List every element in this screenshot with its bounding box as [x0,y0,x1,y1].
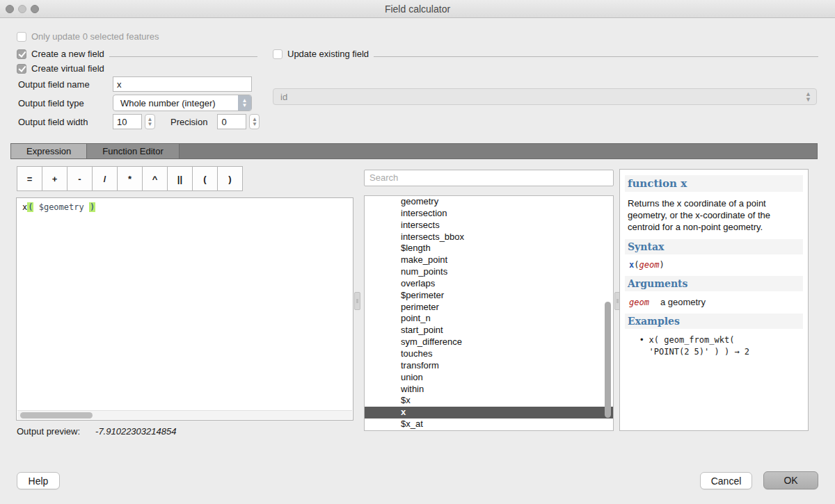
examples-heading: Examples [625,314,803,329]
update-existing-field-row[interactable]: Update existing field [273,49,818,59]
syntax-code: x(geom) [629,260,800,270]
chevron-up-down-icon: ▲▼ [238,95,251,111]
list-item[interactable]: intersection [365,208,613,220]
arguments-rows: geoma geometry [628,297,800,307]
operator-button[interactable]: = [17,166,42,191]
divider [374,56,818,57]
operator-button[interactable]: ^ [142,166,168,191]
list-item[interactable]: $length [365,243,613,254]
operator-button[interactable]: / [92,166,118,191]
vertical-scrollbar-thumb[interactable] [605,302,611,418]
tab-bar: ExpressionFunction Editor [10,143,818,159]
create-new-field-label: Create a new field [31,49,104,59]
list-item[interactable]: intersects [365,220,613,231]
chevron-up-down-icon: ▲▼ [805,91,811,102]
update-existing-field-checkbox[interactable] [273,49,283,59]
existing-field-select: id ▲▼ [273,88,817,105]
list-item[interactable]: $perimeter [365,290,613,302]
create-virtual-field-row[interactable]: Create virtual field [17,63,104,74]
output-field-name-label: Output field name [18,79,113,90]
list-item[interactable]: touches [365,348,613,360]
list-item[interactable]: $x_at [365,418,613,430]
list-item[interactable]: start_point [365,325,613,336]
divider [109,56,257,57]
window-title: Field calculator [0,3,835,15]
tab-function-editor[interactable]: Function Editor [87,144,179,158]
precision-input[interactable]: 0 [217,114,246,129]
output-field-name-value: x [117,79,122,90]
function-list-items: geometryintersectionintersectsintersects… [365,196,613,430]
operator-button[interactable]: + [42,166,67,191]
title-bar[interactable]: Field calculator [0,0,835,18]
operator-button[interactable]: || [167,166,193,191]
output-field-name-input[interactable]: x [113,76,252,92]
precision-value: 0 [221,117,226,127]
help-description: Returns the x coordinate of a point geom… [628,197,800,233]
output-field-width-value: 10 [117,117,127,127]
horizontal-scrollbar-thumb[interactable] [20,412,93,418]
field-calculator-dialog: Field calculator Only update 0 selected … [0,0,835,504]
list-item[interactable]: point_n [365,313,613,325]
help-title: function x [625,175,803,192]
expression-text: x( $geometry ) [22,202,95,212]
output-field-type-value: Whole number (integer) [113,98,216,108]
width-stepper[interactable]: ▲▼ [145,114,155,129]
horizontal-scrollbar[interactable] [17,410,352,419]
update-existing-field-label: Update existing field [287,49,369,59]
output-field-width-input[interactable]: 10 [113,114,142,129]
help-button[interactable]: Help [17,472,60,489]
list-item[interactable]: intersects_bbox [365,231,613,243]
operator-button[interactable]: ) [217,166,243,191]
syntax-arg: geom [639,260,659,270]
create-new-field-row[interactable]: Create a new field [17,49,257,59]
example-row: •x( geom_from_wkt('POINT(2 5)' ) ) → 2 [640,334,800,358]
syntax-paren: ) [659,260,664,270]
create-new-field-checkbox[interactable] [17,49,26,59]
only-update-selected-checkbox[interactable] [17,32,26,42]
operator-button[interactable]: - [67,166,93,191]
function-help-panel: function x Returns the x coordinate of a… [619,169,809,431]
list-item[interactable]: union [365,372,613,384]
list-item[interactable]: perimeter [365,302,613,314]
function-list[interactable]: geometryintersectionintersectsintersects… [364,195,614,431]
list-item[interactable]: num_points [365,266,613,278]
list-item[interactable]: x [365,407,613,418]
precision-stepper[interactable]: ▲▼ [249,114,260,129]
expression-token: ) [89,202,95,212]
output-field-type-label: Output field type [18,98,113,108]
list-item[interactable]: geometry [365,196,613,208]
operator-button[interactable]: * [117,166,143,191]
search-input[interactable]: Search [364,170,614,186]
output-field-width-label: Output field width [18,117,113,127]
expression-editor[interactable]: x( $geometry ) [16,197,353,421]
list-item[interactable]: transform [365,360,613,372]
only-update-selected-label: Only update 0 selected features [31,31,159,42]
tab-expression[interactable]: Expression [11,144,87,158]
output-preview-row: Output preview: -7.91022303214854 [17,426,176,437]
operator-button[interactable]: ( [192,166,218,191]
output-preview-value: -7.91022303214854 [95,426,176,437]
precision-label: Precision [170,117,207,127]
arguments-heading: Arguments [625,276,803,291]
operator-button-row: =+-/*^||() [17,166,243,191]
create-virtual-field-label: Create virtual field [31,63,104,74]
argument-row: geoma geometry [629,297,800,307]
search-placeholder: Search [369,172,398,183]
splitter-handle[interactable] [354,292,360,310]
syntax-heading: Syntax [625,239,803,254]
ok-button[interactable]: OK [763,471,818,489]
output-preview-label: Output preview: [17,426,80,437]
list-item[interactable]: make_point [365,254,613,266]
create-virtual-field-checkbox[interactable] [17,64,26,74]
only-update-selected-row[interactable]: Only update 0 selected features [17,31,159,42]
examples-rows: •x( geom_from_wkt('POINT(2 5)' ) ) → 2 [628,334,800,358]
list-item[interactable]: overlaps [365,278,613,290]
list-item[interactable]: within [365,384,613,396]
list-item[interactable]: $x [365,395,613,407]
cancel-button[interactable]: Cancel [700,472,752,489]
list-item[interactable]: sym_difference [365,336,613,348]
expression-token: $geometry [33,202,88,212]
existing-field-value: id [273,92,287,102]
output-field-type-select[interactable]: Whole number (integer) ▲▼ [113,95,252,111]
